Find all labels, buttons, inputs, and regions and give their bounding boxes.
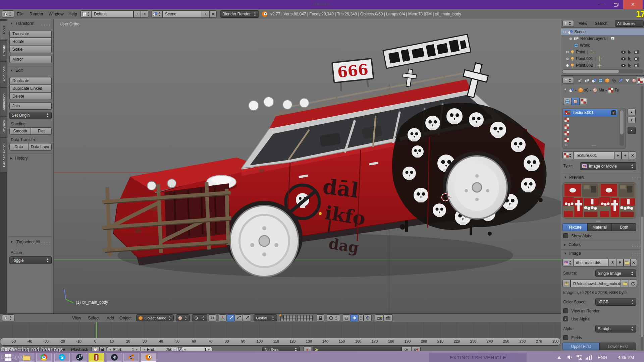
- delete-button[interactable]: Delete: [9, 93, 52, 100]
- render-engine-select[interactable]: Blender Render: [220, 10, 259, 18]
- screen-layout-button[interactable]: [80, 10, 91, 18]
- menu-help[interactable]: Help: [68, 10, 77, 18]
- current-frame-marker[interactable]: [96, 322, 97, 338]
- open-image-button[interactable]: [624, 259, 630, 266]
- tab-object[interactable]: [604, 77, 610, 84]
- expand-toggle[interactable]: ⊕: [566, 50, 569, 54]
- other-textures-toggle[interactable]: [579, 98, 587, 105]
- visibility-eye-icon[interactable]: [621, 50, 626, 54]
- slot-move-up-button[interactable]: ▲: [628, 109, 636, 115]
- expand-toggle[interactable]: ⊕: [566, 57, 569, 61]
- new-texture-button[interactable]: +: [622, 152, 629, 159]
- slot-enable-checkbox[interactable]: ✓: [611, 110, 616, 115]
- empty-slot-checker-icon[interactable]: [565, 118, 569, 122]
- material-sphere-icon[interactable]: [593, 88, 597, 93]
- filepath-field[interactable]: D:\dirt showd...\dhe_main.dds: [571, 280, 621, 287]
- panel-transform-header[interactable]: ▼Transform: [10, 21, 34, 26]
- menu-add[interactable]: Add: [107, 314, 114, 322]
- panel-history-header[interactable]: ▶History: [10, 156, 28, 161]
- action-dropdown[interactable]: Toggle: [9, 256, 52, 264]
- layout-name-field[interactable]: Default: [91, 10, 133, 18]
- delete-scene-button[interactable]: ×: [209, 10, 217, 18]
- pivot-select[interactable]: [192, 314, 207, 321]
- expand-toggle[interactable]: ⊕: [566, 63, 569, 68]
- material-textures-toggle[interactable]: [571, 98, 579, 105]
- panel-grip[interactable]: ::::: [41, 22, 51, 27]
- editor-type-button[interactable]: [562, 77, 574, 84]
- slot-move-down-button[interactable]: ▼: [628, 117, 636, 123]
- snap-target-button[interactable]: [364, 314, 372, 321]
- empty-slot-checker-icon[interactable]: [565, 131, 569, 135]
- empty-slot-checker-icon[interactable]: [565, 138, 569, 142]
- fake-user-button[interactable]: F: [614, 152, 622, 159]
- image-users-button[interactable]: 3: [609, 259, 616, 266]
- outliner-row-point002[interactable]: ⊕ Point.002 |: [561, 62, 644, 69]
- image-name-field[interactable]: dhe_main.dds: [573, 259, 609, 266]
- scrollbar-thumb[interactable]: [620, 110, 624, 134]
- decrement-icon[interactable]: ◂: [109, 348, 111, 351]
- breadcrumb-texture[interactable]: Te: [614, 88, 619, 93]
- panel-grip[interactable]: ::::: [632, 176, 642, 180]
- editor-type-button[interactable]: [562, 20, 574, 27]
- scrollbar-thumb[interactable]: [562, 70, 619, 73]
- field-order-lower-button[interactable]: Lower First: [599, 343, 636, 350]
- layers-grid-1[interactable]: [280, 315, 296, 321]
- tab-physics[interactable]: Physics: [0, 117, 7, 137]
- tray-network[interactable]: [586, 353, 592, 362]
- tray-clock[interactable]: 4:35 PM: [618, 353, 634, 362]
- translate-button[interactable]: Translate: [9, 30, 52, 38]
- proportional-edit-select[interactable]: [327, 314, 340, 321]
- maximize-button[interactable]: [609, 0, 623, 9]
- outliner-row-renderlayers[interactable]: ⊕ RenderLayers |: [561, 35, 644, 42]
- panel-grip[interactable]: ::::: [41, 241, 51, 245]
- world-textures-toggle[interactable]: [563, 98, 571, 105]
- data-button[interactable]: Data: [9, 143, 28, 150]
- tab-create[interactable]: Create: [0, 41, 7, 61]
- pack-image-button[interactable]: [562, 280, 571, 287]
- join-button[interactable]: Join: [9, 102, 52, 110]
- add-scene-button[interactable]: +: [202, 10, 209, 18]
- source-select[interactable]: Single Image: [595, 269, 636, 277]
- opengl-render-button[interactable]: [375, 314, 384, 321]
- panel-image-header[interactable]: ▼Image: [564, 251, 581, 256]
- texture-browse-button[interactable]: [562, 152, 573, 159]
- menu-select[interactable]: Select: [88, 314, 100, 322]
- properties-vscrollbar[interactable]: [641, 86, 643, 351]
- menu-render[interactable]: Render: [30, 10, 43, 18]
- renderability-camera-icon[interactable]: [634, 50, 639, 54]
- alpha-mode-select[interactable]: Straight: [595, 325, 636, 333]
- scene-browse-button[interactable]: [152, 10, 162, 18]
- pin-icon[interactable]: [563, 88, 568, 93]
- data-layout-button[interactable]: Data Layo: [28, 143, 52, 150]
- snap-toggle-button[interactable]: [343, 314, 350, 321]
- collapse-toggle[interactable]: ⊖: [563, 30, 566, 34]
- panel-edit-header[interactable]: ▼Edit: [10, 68, 22, 73]
- slot-specials-menu[interactable]: ▼: [628, 127, 636, 134]
- resize-grip[interactable]: ══: [592, 144, 596, 147]
- add-layout-button[interactable]: +: [133, 10, 141, 18]
- resize-grip[interactable]: ══: [596, 219, 600, 223]
- unlink-texture-button[interactable]: ✕: [629, 152, 636, 159]
- colorspace-select[interactable]: sRGB: [595, 298, 636, 306]
- outliner-hscrollbar[interactable]: [562, 69, 644, 73]
- translate-manipulator-button[interactable]: [227, 314, 235, 321]
- mode-select[interactable]: Object Mode: [136, 314, 174, 321]
- breadcrumb-material[interactable]: Ma: [599, 88, 604, 93]
- tray-volume[interactable]: [568, 353, 573, 362]
- taskbar-node-app[interactable]: [123, 353, 139, 362]
- display-filter-select[interactable]: All Scenes: [615, 20, 644, 27]
- tab-scene[interactable]: [591, 77, 597, 84]
- panel-preview-header[interactable]: ▼Preview: [564, 175, 584, 180]
- renderability-camera-icon[interactable]: [634, 63, 639, 67]
- use-alpha-checkbox[interactable]: ✓ Use Alpha: [563, 316, 590, 321]
- visibility-eye-icon[interactable]: [621, 64, 626, 67]
- manipulator-axis-button[interactable]: [219, 314, 227, 321]
- manipulate-center-toggle[interactable]: [209, 314, 216, 321]
- taskbar-blender-active[interactable]: [141, 353, 156, 362]
- texture-checker-icon[interactable]: [608, 88, 613, 93]
- tab-data[interactable]: [624, 77, 631, 84]
- outliner-row-point001[interactable]: ⊕ Point.001 |: [561, 55, 644, 62]
- preview-texture-button[interactable]: Texture: [562, 223, 587, 231]
- menu-search[interactable]: Search: [595, 20, 607, 27]
- delete-layout-button[interactable]: ×: [141, 10, 148, 18]
